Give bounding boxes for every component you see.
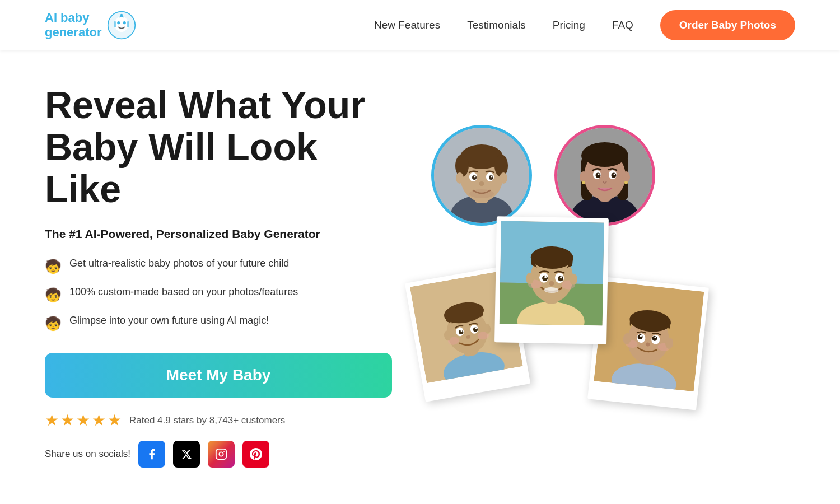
mom-face-svg bbox=[557, 128, 652, 223]
dad-face-svg bbox=[434, 128, 529, 223]
logo-text: AI baby generator bbox=[45, 11, 101, 40]
social-label: Share us on socials! bbox=[45, 449, 130, 460]
x-twitter-button[interactable] bbox=[173, 441, 200, 468]
svg-point-1 bbox=[115, 16, 128, 32]
baby-icon-2: 🧒 bbox=[45, 286, 62, 305]
svg-point-43 bbox=[582, 181, 585, 184]
svg-point-21 bbox=[474, 175, 476, 177]
hero-left: Reveal What Your Baby Will Look Like The… bbox=[45, 84, 392, 468]
nav-link-testimonials[interactable]: Testimonials bbox=[467, 19, 526, 31]
logo-icon bbox=[107, 11, 136, 40]
pinterest-icon bbox=[250, 448, 262, 460]
logo[interactable]: AI baby generator bbox=[45, 11, 136, 40]
svg-point-23 bbox=[479, 181, 484, 186]
svg-point-44 bbox=[624, 181, 628, 184]
order-baby-photos-button[interactable]: Order Baby Photos bbox=[660, 10, 795, 40]
facebook-button[interactable] bbox=[138, 441, 165, 468]
rating-wrap: ★ ★ ★ ★ ★ Rated 4.9 stars by 8,743+ cust… bbox=[45, 411, 392, 430]
navbar: AI baby generator New Features Testimoni… bbox=[0, 0, 840, 50]
meet-my-baby-button[interactable]: Meet My Baby bbox=[45, 353, 392, 398]
facebook-icon bbox=[146, 448, 158, 460]
pinterest-button[interactable] bbox=[242, 441, 269, 468]
baby-photo-2 bbox=[494, 216, 609, 344]
star-2: ★ bbox=[60, 411, 74, 430]
svg-point-3 bbox=[123, 21, 126, 24]
instagram-icon bbox=[215, 448, 227, 460]
svg-point-40 bbox=[614, 173, 615, 175]
nav-link-faq[interactable]: FAQ bbox=[612, 19, 633, 31]
svg-point-39 bbox=[598, 173, 600, 175]
star-rating: ★ ★ ★ ★ ★ bbox=[45, 411, 122, 430]
svg-rect-4 bbox=[114, 21, 116, 27]
svg-point-6 bbox=[120, 14, 123, 16]
svg-point-34 bbox=[584, 144, 626, 167]
star-1: ★ bbox=[45, 411, 59, 430]
star-5: ★ bbox=[108, 411, 122, 430]
svg-point-26 bbox=[469, 189, 494, 198]
hero-subtitle: The #1 AI-Powered, Personalized Baby Gen… bbox=[45, 227, 392, 241]
dad-photo bbox=[431, 125, 532, 226]
svg-point-8 bbox=[219, 452, 223, 456]
baby-icon-3: 🧒 bbox=[45, 314, 62, 333]
star-4: ★ bbox=[92, 411, 106, 430]
nav-links: New Features Testimonials Pricing FAQ Or… bbox=[374, 10, 795, 40]
hero-section: Reveal What Your Baby Will Look Like The… bbox=[0, 50, 840, 490]
feature-list: 🧒 Get ultra-realistic baby photos of you… bbox=[45, 256, 392, 333]
x-icon bbox=[181, 449, 192, 460]
svg-point-37 bbox=[596, 172, 601, 178]
feature-item-1: 🧒 Get ultra-realistic baby photos of you… bbox=[45, 256, 392, 276]
rating-text: Rated 4.9 stars by 8,743+ customers bbox=[129, 415, 285, 426]
baby-icon-1: 🧒 bbox=[45, 257, 62, 276]
svg-point-9 bbox=[223, 451, 225, 452]
nav-link-pricing[interactable]: Pricing bbox=[553, 19, 585, 31]
svg-point-25 bbox=[500, 172, 507, 184]
feature-item-2: 🧒 100% custom-made based on your photos/… bbox=[45, 285, 392, 305]
svg-rect-7 bbox=[216, 449, 226, 459]
mom-photo bbox=[554, 125, 655, 226]
instagram-button[interactable] bbox=[208, 441, 235, 468]
svg-point-2 bbox=[118, 21, 120, 24]
star-3: ★ bbox=[76, 411, 90, 430]
nav-link-new-features[interactable]: New Features bbox=[374, 19, 440, 31]
hero-visual bbox=[414, 108, 694, 444]
svg-rect-5 bbox=[127, 21, 129, 27]
hero-title: Reveal What Your Baby Will Look Like bbox=[45, 84, 392, 209]
social-wrap: Share us on socials! bbox=[45, 441, 392, 468]
svg-point-22 bbox=[491, 175, 493, 177]
svg-point-24 bbox=[456, 172, 464, 184]
svg-point-38 bbox=[612, 172, 617, 178]
feature-item-3: 🧒 Glimpse into your own future using AI … bbox=[45, 314, 392, 333]
